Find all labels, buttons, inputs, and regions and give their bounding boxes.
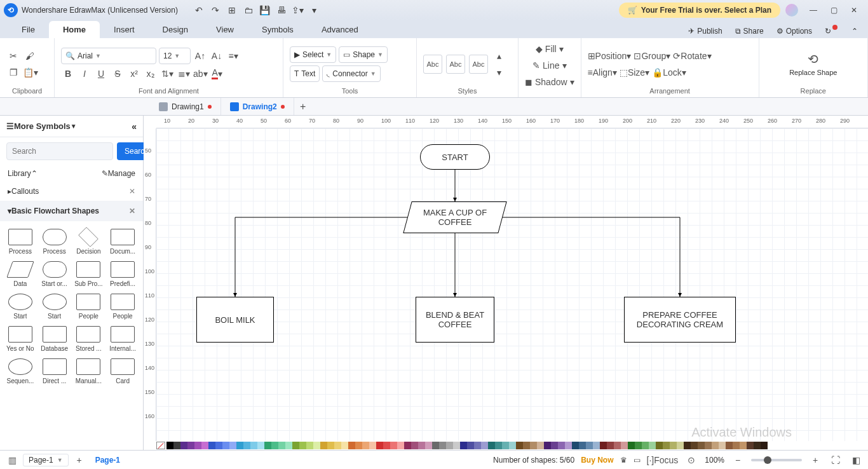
color-swatch[interactable] <box>551 442 558 449</box>
color-swatch[interactable] <box>271 442 278 449</box>
underline-icon[interactable]: U <box>94 67 108 81</box>
no-color-swatch[interactable] <box>156 442 165 449</box>
color-swatch[interactable] <box>467 442 474 449</box>
color-swatch[interactable] <box>229 442 236 449</box>
menu-view[interactable]: View <box>202 21 248 38</box>
line-spacing-icon[interactable]: ⇅▾ <box>160 67 174 81</box>
save-icon[interactable]: 💾 <box>257 2 273 18</box>
color-swatch[interactable] <box>705 442 712 449</box>
color-swatch[interactable] <box>670 442 677 449</box>
copy-icon[interactable]: ❐ <box>6 65 20 79</box>
color-swatch[interactable] <box>446 442 453 449</box>
menu-design[interactable]: Design <box>149 21 202 38</box>
symbols-header[interactable]: ☰ More Symbols▼« <box>0 116 143 137</box>
shape-stencil[interactable]: Card <box>106 356 139 387</box>
color-swatch[interactable] <box>222 442 229 449</box>
shrink-font-icon[interactable]: A↓ <box>210 49 224 63</box>
shape-stencil[interactable]: Direct ... <box>38 356 71 387</box>
color-swatch[interactable] <box>194 442 201 449</box>
shape-stencil[interactable]: Sub Pro... <box>72 259 105 290</box>
new-icon[interactable]: ⊞ <box>224 2 240 18</box>
add-tab-button[interactable]: + <box>294 101 312 112</box>
color-swatch[interactable] <box>264 442 271 449</box>
menu-insert[interactable]: Insert <box>100 21 149 38</box>
color-swatch[interactable] <box>537 442 544 449</box>
color-swatch[interactable] <box>187 442 194 449</box>
strikethrough-icon[interactable]: S <box>111 67 125 81</box>
rotate-button[interactable]: ⟳ Rotate▾ <box>673 49 711 63</box>
color-swatch[interactable] <box>642 442 649 449</box>
select-tool[interactable]: ▶Select▼ <box>290 46 336 63</box>
shadow-button[interactable]: ◼ Shadow▾ <box>525 75 574 89</box>
color-swatch[interactable] <box>614 442 621 449</box>
shape-stencil[interactable]: Process <box>4 226 37 257</box>
color-swatch[interactable] <box>215 442 222 449</box>
color-swatch[interactable] <box>243 442 250 449</box>
color-swatch[interactable] <box>383 442 390 449</box>
color-swatch[interactable] <box>418 442 425 449</box>
color-swatch[interactable] <box>523 442 530 449</box>
shape-stencil[interactable]: Stored ... <box>72 323 105 355</box>
zoom-in-button[interactable]: + <box>808 453 822 467</box>
collapse-ribbon-button[interactable]: ⌃ <box>846 24 863 38</box>
color-swatch[interactable] <box>558 442 565 449</box>
line-button[interactable]: ✎ Line▾ <box>525 58 574 72</box>
color-swatch[interactable] <box>733 442 740 449</box>
shape-stencil[interactable]: Internal... <box>106 323 139 355</box>
export-icon[interactable]: ⇪▾ <box>290 2 306 18</box>
color-swatch[interactable] <box>656 442 663 449</box>
shape-prepare-cream[interactable]: PREPARE COFFEE DECORATING CREAM <box>624 297 736 343</box>
color-swatch[interactable] <box>565 442 572 449</box>
color-swatch[interactable] <box>334 442 341 449</box>
color-swatch[interactable] <box>649 442 656 449</box>
shape-stencil[interactable]: Manual... <box>72 356 105 387</box>
shape-stencil[interactable]: Predefi... <box>106 259 139 290</box>
add-page-button[interactable]: + <box>72 453 86 467</box>
color-swatch[interactable] <box>509 442 516 449</box>
color-swatch[interactable] <box>726 442 733 449</box>
color-swatch[interactable] <box>201 442 208 449</box>
category-callouts[interactable]: ▸ Callouts✕ <box>0 182 143 201</box>
redo-icon[interactable]: ↷ <box>207 2 224 18</box>
color-swatch[interactable] <box>299 442 306 449</box>
color-swatch[interactable] <box>257 442 264 449</box>
color-swatch[interactable] <box>320 442 327 449</box>
menu-home[interactable]: Home <box>49 21 100 38</box>
color-swatch[interactable] <box>684 442 691 449</box>
color-swatch[interactable] <box>285 442 292 449</box>
align-menu-icon[interactable]: ≡▾ <box>226 49 240 63</box>
font-family-select[interactable]: 🔍Arial▼ <box>61 48 156 64</box>
color-swatch[interactable] <box>488 442 495 449</box>
color-swatch[interactable] <box>691 442 698 449</box>
color-swatch[interactable] <box>635 442 642 449</box>
share-button[interactable]: ⧉Share <box>730 24 769 38</box>
style-swatch-1[interactable]: Abc <box>423 55 442 74</box>
menu-symbols[interactable]: Symbols <box>248 21 308 38</box>
color-swatch[interactable] <box>663 442 670 449</box>
manage-link[interactable]: Manage <box>108 169 135 178</box>
color-swatch[interactable] <box>292 442 299 449</box>
color-swatch[interactable] <box>439 442 446 449</box>
style-swatch-2[interactable]: Abc <box>446 55 465 74</box>
color-swatch[interactable] <box>355 442 362 449</box>
color-swatch[interactable] <box>516 442 523 449</box>
color-swatch[interactable] <box>754 442 761 449</box>
color-swatch[interactable] <box>628 442 635 449</box>
size-button[interactable]: ⬚ Size▾ <box>620 65 649 79</box>
color-swatch[interactable] <box>761 442 768 449</box>
font-color-icon[interactable]: A▾ <box>210 67 224 81</box>
cut-icon[interactable]: ✂ <box>6 49 20 63</box>
page-name[interactable]: Page-1 <box>95 456 120 465</box>
color-swatch[interactable] <box>530 442 537 449</box>
color-swatch[interactable] <box>173 442 180 449</box>
color-swatch[interactable] <box>586 442 593 449</box>
position-button[interactable]: ⊞ Position▾ <box>588 49 632 63</box>
presentation-icon[interactable]: ▭ <box>634 456 641 465</box>
color-swatch[interactable] <box>341 442 348 449</box>
color-swatch[interactable] <box>621 442 628 449</box>
styles-down-icon[interactable]: ▾ <box>492 65 506 79</box>
color-swatch[interactable] <box>180 442 187 449</box>
collapse-panel-icon[interactable]: « <box>132 121 137 132</box>
color-swatch[interactable] <box>677 442 684 449</box>
notifications-button[interactable]: ↻ <box>820 24 844 38</box>
